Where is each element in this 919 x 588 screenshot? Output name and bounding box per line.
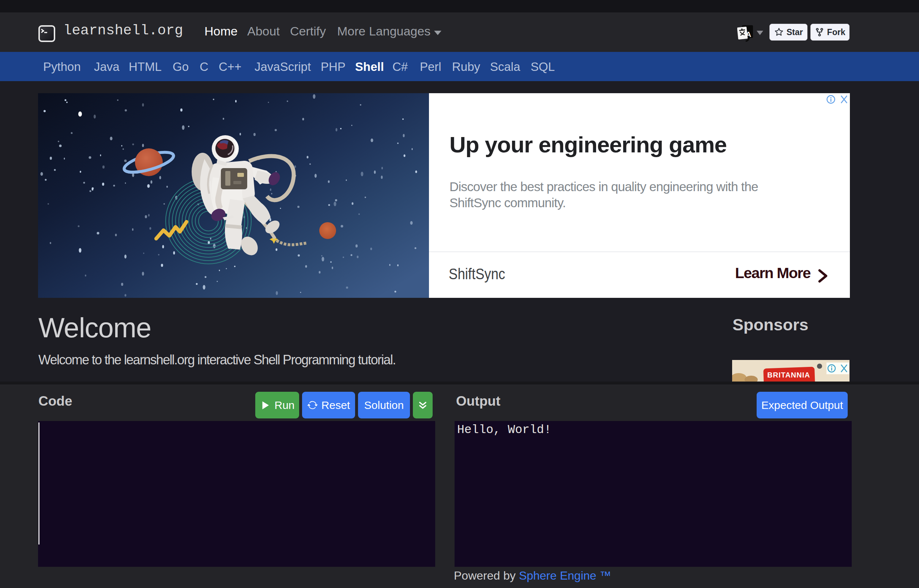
svg-text:A: A bbox=[746, 30, 751, 38]
